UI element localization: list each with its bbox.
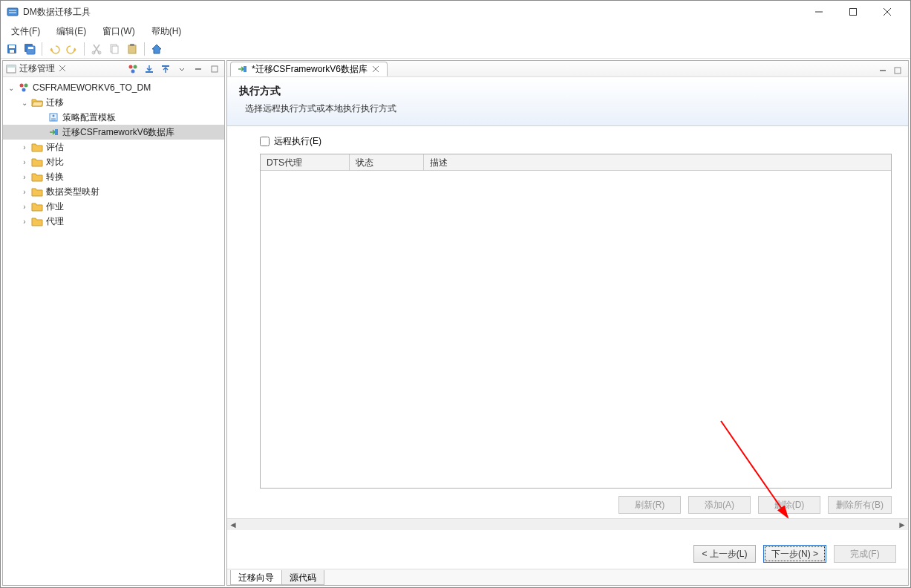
tree-typemap[interactable]: › 数据类型映射 (3, 184, 224, 199)
wizard-body: 远程执行(E) DTS代理 状态 描述 刷新(R) 添加(A) 删除(D) 删除… (227, 126, 908, 518)
tree-agent[interactable]: › 代理 (3, 214, 224, 229)
expand-toggle[interactable]: ⌄ (19, 97, 30, 108)
svg-rect-16 (130, 44, 134, 46)
table-header: DTS代理 状态 描述 (261, 154, 891, 171)
col-desc[interactable]: 描述 (424, 154, 891, 170)
expand-toggle[interactable]: › (19, 216, 30, 226)
tab-close-icon[interactable] (372, 65, 381, 74)
svg-rect-37 (880, 70, 886, 71)
tab-wizard[interactable]: 迁移向导 (230, 570, 282, 585)
editor-tabs: *迁移CSFrameworkV6数据库 (227, 61, 908, 77)
delete-all-button[interactable]: 删除所有(B) (828, 496, 892, 514)
window-title: DM数据迁移工具 (23, 6, 802, 19)
tree-convert[interactable]: › 转换 (3, 169, 224, 184)
sidebar-maximize-icon[interactable] (208, 62, 221, 76)
table-body (261, 171, 891, 488)
app-icon (7, 6, 19, 18)
redo-icon[interactable] (64, 41, 80, 57)
svg-rect-7 (10, 50, 14, 53)
table-actions: 刷新(R) 添加(A) 删除(D) 删除所有(B) (260, 489, 892, 518)
undo-icon[interactable] (46, 41, 62, 57)
remote-execute-checkbox[interactable] (260, 137, 270, 146)
proxy-table: DTS代理 状态 描述 (260, 154, 892, 489)
toolbar (1, 39, 910, 59)
tree-migrate-label: 迁移 (46, 97, 64, 109)
next-button[interactable]: 下一步(N) > (763, 545, 826, 563)
tree-evaluate[interactable]: › 评估 (3, 140, 224, 154)
folder-icon (31, 186, 43, 197)
titlebar: DM数据迁移工具 (1, 1, 910, 23)
expand-toggle[interactable]: ⌄ (6, 82, 16, 93)
template-icon (48, 111, 59, 123)
close-button[interactable] (870, 1, 904, 23)
tree-migrate-db[interactable]: 迁移CSFrameworkV6数据库 (3, 125, 224, 140)
cut-icon[interactable] (88, 41, 105, 57)
scroll-left-icon[interactable]: ◄ (227, 519, 239, 531)
sidebar-minimize-icon[interactable] (192, 62, 205, 76)
svg-rect-0 (7, 8, 18, 16)
svg-point-32 (53, 115, 55, 117)
col-status[interactable]: 状态 (350, 154, 424, 170)
scroll-right-icon[interactable]: ► (896, 519, 908, 531)
svg-rect-6 (9, 45, 15, 48)
sidebar-menu-icon[interactable] (175, 62, 189, 76)
sidebar-cluster-icon[interactable] (126, 62, 140, 76)
svg-rect-18 (7, 65, 16, 68)
svg-rect-24 (146, 71, 153, 73)
tree-root[interactable]: ⌄ CSFRAMEWORKV6_TO_DM (3, 80, 224, 95)
minimize-button[interactable] (802, 1, 836, 23)
home-icon[interactable] (148, 41, 165, 57)
sidebar-export-icon[interactable] (159, 62, 172, 76)
menu-file[interactable]: 文件(F) (7, 24, 45, 39)
svg-rect-25 (162, 65, 169, 67)
finish-button[interactable]: 完成(F) (834, 545, 896, 563)
svg-rect-26 (195, 68, 201, 70)
remote-execute-row: 远程执行(E) (260, 135, 892, 148)
wizard-footer: < 上一步(L) 下一步(N) > 完成(F) (227, 530, 908, 569)
menu-edit[interactable]: 编辑(E) (52, 24, 91, 39)
tree-agent-label: 代理 (46, 215, 64, 228)
sidebar-header: 迁移管理 (3, 61, 224, 77)
sidebar-import-icon[interactable] (143, 62, 156, 76)
add-button[interactable]: 添加(A) (688, 496, 751, 514)
folder-icon (31, 215, 43, 227)
save-all-icon[interactable] (22, 41, 38, 57)
svg-point-29 (25, 84, 28, 88)
tab-source[interactable]: 源代码 (281, 570, 324, 585)
expand-toggle[interactable]: › (19, 201, 30, 212)
folder-icon (31, 171, 43, 183)
folder-icon (31, 200, 43, 212)
svg-point-30 (22, 88, 26, 92)
maximize-button[interactable] (836, 1, 870, 23)
save-icon[interactable] (4, 41, 20, 57)
tree-job[interactable]: › 作业 (3, 199, 224, 214)
sidebar-panel: 迁移管理 ⌄ CSFRAMEWORKV6_TO_DM ⌄ 迁移 (2, 60, 225, 586)
expand-toggle[interactable]: › (19, 172, 30, 182)
editor-minimize-icon[interactable] (877, 65, 889, 76)
editor-panel: *迁移CSFrameworkV6数据库 执行方式 选择远程执行方式或本地执行执行… (226, 60, 909, 586)
delete-button[interactable]: 删除(D) (758, 496, 820, 514)
tree-migrate[interactable]: ⌄ 迁移 (3, 95, 224, 110)
paste-icon[interactable] (124, 41, 140, 57)
col-proxy[interactable]: DTS代理 (261, 154, 350, 170)
sidebar-close-icon[interactable] (58, 64, 68, 74)
expand-toggle[interactable]: › (19, 186, 30, 197)
editor-tab-migrate-db[interactable]: *迁移CSFrameworkV6数据库 (230, 62, 388, 76)
tree-compare[interactable]: › 对比 (3, 154, 224, 169)
refresh-button[interactable]: 刷新(R) (618, 496, 681, 514)
expand-toggle[interactable]: › (19, 157, 30, 167)
tree-template[interactable]: 策略配置模板 (3, 110, 224, 125)
migration-tree[interactable]: ⌄ CSFRAMEWORKV6_TO_DM ⌄ 迁移 策略配置模板 迁移CSFr… (3, 77, 224, 585)
menu-window[interactable]: 窗口(W) (98, 24, 139, 39)
wizard-title: 执行方式 (239, 85, 896, 98)
expand-toggle[interactable]: › (19, 142, 30, 152)
menu-help[interactable]: 帮助(H) (147, 24, 186, 39)
folder-icon (31, 156, 43, 168)
editor-maximize-icon[interactable] (892, 65, 904, 76)
svg-rect-15 (128, 45, 136, 53)
horizontal-scrollbar[interactable]: ◄ ► (227, 518, 908, 530)
prev-button[interactable]: < 上一步(L) (693, 545, 756, 563)
copy-icon[interactable] (106, 41, 123, 57)
tree-job-label: 作业 (46, 200, 64, 213)
svg-rect-27 (212, 66, 218, 72)
